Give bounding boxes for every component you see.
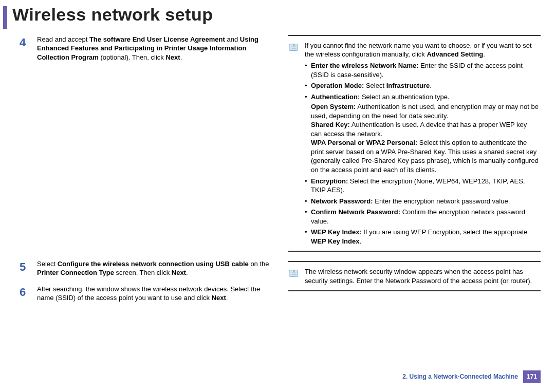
- step-body: Select Configure the wireless network co…: [37, 259, 272, 277]
- page-number: 171: [523, 370, 541, 383]
- list-item: Enter the wireless Network Name: Enter t…: [305, 61, 539, 79]
- page-title: Wireless network setup: [12, 3, 213, 27]
- step-body: Read and accept The software End User Li…: [37, 35, 272, 62]
- note-icon: [288, 42, 300, 53]
- footer-section: 2. Using a Network-Connected Machine: [402, 372, 518, 381]
- step-number: 6: [20, 285, 29, 303]
- list-item: Operation Mode: Select Infrastructure.: [305, 81, 539, 90]
- right-column: If you cannot find the network name you …: [288, 35, 541, 310]
- note-icon: [288, 268, 300, 279]
- page-footer: 2. Using a Network-Connected Machine 171: [402, 370, 541, 383]
- list-item: Encryption: Select the encryption (None,…: [305, 177, 539, 195]
- note-body: The wireless network security window app…: [305, 267, 539, 285]
- list-item: Authentication: Select an authentication…: [305, 92, 539, 175]
- step-5: 5 Select Configure the wireless network …: [20, 259, 272, 277]
- list-item: WEP Key Index: If you are using WEP Encr…: [305, 228, 539, 246]
- advanced-setting-note: If you cannot find the network name you …: [288, 35, 541, 252]
- list-item: Confirm Network Password: Confirm the en…: [305, 208, 539, 226]
- step-4: 4 Read and accept The software End User …: [20, 35, 272, 62]
- step-number: 4: [20, 35, 29, 62]
- step-6: 6 After searching, the window shows the …: [20, 285, 272, 303]
- step-number: 5: [20, 259, 29, 277]
- note-body: If you cannot find the network name you …: [305, 41, 539, 246]
- security-window-note: The wireless network security window app…: [288, 261, 541, 291]
- step-body: After searching, the window shows the wi…: [37, 285, 272, 303]
- list-item: Network Password: Enter the encryption n…: [305, 197, 539, 206]
- left-column: 4 Read and accept The software End User …: [20, 35, 272, 310]
- title-accent-bar: [3, 6, 7, 29]
